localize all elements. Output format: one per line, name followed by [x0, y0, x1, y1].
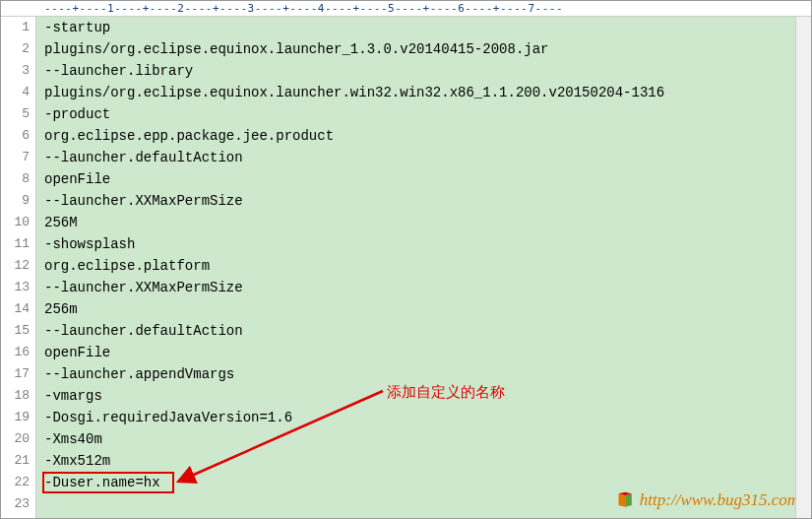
line-number: 12 — [1, 255, 30, 277]
ruler-text: ----+----1----+----2----+----3----+----4… — [44, 2, 563, 15]
line-number: 19 — [1, 407, 30, 428]
code-line[interactable]: -Dosgi.requiredJavaVersion=1.6 — [44, 407, 811, 428]
line-number: 2 — [1, 38, 30, 60]
line-number: 9 — [1, 190, 30, 212]
line-number: 5 — [1, 103, 30, 125]
code-line[interactable]: --launcher.defaultAction — [44, 147, 811, 168]
code-area[interactable]: 1234567891011121314151617181920212223 -s… — [1, 17, 811, 518]
line-number: 15 — [1, 320, 30, 342]
line-number: 14 — [1, 298, 30, 320]
line-number: 4 — [1, 82, 30, 103]
code-line[interactable]: openFile — [44, 342, 811, 363]
code-line[interactable]: org.eclipse.platform — [44, 255, 811, 277]
line-number: 20 — [1, 428, 30, 450]
code-line[interactable]: plugins/org.eclipse.equinox.launcher.win… — [44, 82, 811, 103]
code-line[interactable]: --launcher.appendVmargs — [44, 363, 811, 385]
line-number: 6 — [1, 125, 30, 147]
line-number-gutter: 1234567891011121314151617181920212223 — [1, 17, 36, 518]
line-number: 10 — [1, 212, 30, 233]
line-number: 8 — [1, 168, 30, 190]
ruler: ----+----1----+----2----+----3----+----4… — [1, 1, 811, 17]
code-line[interactable]: -startup — [44, 17, 811, 38]
code-line[interactable]: -showsplash — [44, 233, 811, 255]
line-number: 7 — [1, 147, 30, 168]
line-number: 17 — [1, 363, 30, 385]
code-line[interactable]: --launcher.XXMaxPermSize — [44, 190, 811, 212]
line-number: 13 — [1, 277, 30, 298]
code-line[interactable]: --launcher.library — [44, 60, 811, 82]
line-number: 22 — [1, 472, 30, 493]
code-line[interactable]: -Xmx512m — [44, 450, 811, 472]
line-number: 18 — [1, 385, 30, 407]
code-line[interactable]: 256m — [44, 298, 811, 320]
code-line[interactable]: openFile — [44, 168, 811, 190]
line-number: 1 — [1, 17, 30, 38]
code-line[interactable]: -Xms40m — [44, 428, 811, 450]
code-line[interactable] — [44, 493, 811, 515]
code-line[interactable]: -product — [44, 103, 811, 125]
line-number: 11 — [1, 233, 30, 255]
code-line[interactable]: org.eclipse.epp.package.jee.product — [44, 125, 811, 147]
vertical-scrollbar[interactable] — [795, 17, 811, 518]
editor-container: ----+----1----+----2----+----3----+----4… — [0, 0, 812, 519]
code-line[interactable]: --launcher.XXMaxPermSize — [44, 277, 811, 298]
code-line[interactable]: 256M — [44, 212, 811, 233]
line-number: 16 — [1, 342, 30, 363]
line-number: 3 — [1, 60, 30, 82]
code-line[interactable]: -vmargs — [44, 385, 811, 407]
code-line[interactable]: -Duser.name=hx — [44, 472, 811, 493]
code-content[interactable]: -startupplugins/org.eclipse.equinox.laun… — [36, 17, 811, 518]
line-number: 23 — [1, 493, 30, 515]
line-number: 21 — [1, 450, 30, 472]
code-line[interactable]: plugins/org.eclipse.equinox.launcher_1.3… — [44, 38, 811, 60]
code-line[interactable]: --launcher.defaultAction — [44, 320, 811, 342]
